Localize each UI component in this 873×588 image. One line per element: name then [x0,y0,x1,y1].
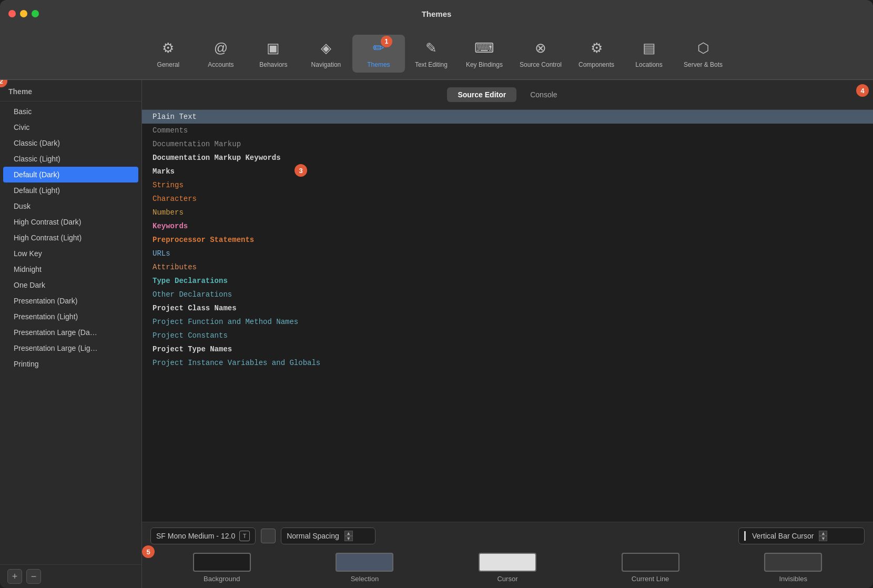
cursor-dropdown[interactable]: Vertical Bar Cursor ▲ ▼ [738,528,865,544]
components-label: Components [578,61,614,68]
editor-bottom: SF Mono Medium - 12.0 T Normal Spacing ▲… [142,522,873,588]
toolbar-item-navigation[interactable]: ◈Navigation [300,35,352,73]
cursor-label: Cursor [497,575,517,583]
syntax-row-comments[interactable]: Comments [142,124,873,137]
sidebar-item-one-dark[interactable]: One Dark [3,277,138,293]
color-boxes-row: BackgroundSelectionCursorCurrent LineInv… [150,551,865,583]
navigation-icon: ◈ [317,39,336,58]
sidebar-item-midnight[interactable]: Midnight [3,261,138,277]
syntax-row-preprocessor-statements[interactable]: Preprocessor Statements [142,233,873,247]
spacing-stepper[interactable]: ▲ ▼ [344,531,353,541]
syntax-row-other-declarations[interactable]: Other Declarations [142,288,873,301]
sidebar-item-basic[interactable]: Basic [3,104,138,119]
toolbar-item-themes[interactable]: ✏1Themes [352,35,405,73]
spacing-down[interactable]: ▼ [344,536,353,541]
syntax-row-urls[interactable]: URLs [142,247,873,260]
selection-swatch [336,553,393,572]
minimize-button[interactable] [20,10,27,17]
toolbar-item-key-bindings[interactable]: ⌨Key Bindings [458,35,511,73]
toolbar-item-server-bots[interactable]: ⬡Server & Bots [675,35,731,73]
cursor-stepper[interactable]: ▲ ▼ [819,531,827,541]
color-box-invisibles[interactable]: Invisibles [764,553,822,583]
cursor-down[interactable]: ▼ [819,536,827,541]
syntax-row-marks[interactable]: Marks [142,165,873,178]
toolbar-item-source-control[interactable]: ⊗Source Control [511,35,570,73]
traffic-lights [8,10,39,17]
sidebar-item-default-dark[interactable]: Default (Dark) [3,167,138,183]
font-field[interactable]: SF Mono Medium - 12.0 T [150,528,256,544]
sidebar-footer: + − [0,564,141,588]
sidebar-item-presentation-dark[interactable]: Presentation (Dark) [3,293,138,309]
syntax-row-documentation-markup-keywords[interactable]: Documentation Markup Keywords [142,151,873,165]
general-icon: ⚙ [159,39,178,58]
syntax-row-numbers[interactable]: Numbers [142,206,873,219]
sidebar: Theme 2 BasicCivicClassic (Dark)Classic … [0,80,142,588]
sidebar-item-presentation-large-da[interactable]: Presentation Large (Da… [3,325,138,340]
syntax-row-project-instance-variables-and-globals[interactable]: Project Instance Variables and Globals [142,356,873,370]
color-box-selection[interactable]: Selection [336,553,393,583]
current-line-label: Current Line [632,575,669,583]
window-title: Themes [422,9,452,18]
color-box-background[interactable]: Background [193,553,251,583]
sidebar-item-presentation-light[interactable]: Presentation (Light) [3,309,138,325]
syntax-row-project-constants[interactable]: Project Constants [142,329,873,342]
sidebar-item-civic[interactable]: Civic [3,119,138,135]
toolbar-item-accounts[interactable]: @Accounts [195,35,247,73]
color-box-cursor[interactable]: Cursor [479,553,536,583]
syntax-row-keywords[interactable]: Keywords [142,219,873,233]
toolbar-item-locations[interactable]: ▤Locations [623,35,675,73]
key-bindings-icon: ⌨ [475,39,494,58]
text-editing-label: Text Editing [415,61,448,68]
key-bindings-label: Key Bindings [466,61,503,68]
sidebar-item-presentation-large-lig[interactable]: Presentation Large (Lig… [3,340,138,356]
text-editing-icon: ✎ [422,39,441,58]
sidebar-list: BasicCivicClassic (Dark)Classic (Light)D… [0,102,141,564]
color-box-current-line[interactable]: Current Line [622,553,679,583]
console-badge: 4 [856,84,869,97]
sidebar-item-low-key[interactable]: Low Key [3,246,138,261]
sidebar-item-high-contrast-light[interactable]: High Contrast (Light) [3,230,138,246]
themes-badge: 1 [381,36,392,47]
background-label: Background [204,575,240,583]
preview-badge: 3 [295,164,307,177]
toolbar-item-behaviors[interactable]: ▣Behaviors [247,35,300,73]
syntax-row-type-declarations[interactable]: Type Declarations [142,274,873,288]
spacing-up[interactable]: ▲ [344,531,353,536]
font-color-swatch[interactable] [261,529,276,543]
invisibles-label: Invisibles [779,575,807,583]
maximize-button[interactable] [32,10,39,17]
sidebar-item-dusk[interactable]: Dusk [3,198,138,214]
tab-console[interactable]: Console [520,87,567,102]
toolbar-item-components[interactable]: ⚙Components [570,35,623,73]
syntax-row-documentation-markup[interactable]: Documentation Markup [142,137,873,151]
sidebar-badge: 2 [0,80,7,87]
syntax-row-strings[interactable]: Strings [142,178,873,192]
toolbar-item-general[interactable]: ⚙General [142,35,195,73]
cursor-icon-visual [744,531,746,541]
syntax-row-characters[interactable]: Characters [142,192,873,206]
syntax-row-project-function-and-method-names[interactable]: Project Function and Method Names [142,315,873,329]
font-name: SF Mono Medium - 12.0 [156,532,235,540]
sidebar-item-high-contrast-dark[interactable]: High Contrast (Dark) [3,214,138,230]
remove-theme-button[interactable]: − [26,569,41,584]
background-swatch [193,553,251,572]
accounts-icon: @ [211,39,230,58]
syntax-row-project-type-names[interactable]: Project Type Names [142,342,873,356]
general-label: General [157,61,180,68]
syntax-row-plain-text[interactable]: Plain Text [142,110,873,124]
sidebar-item-classic-light[interactable]: Classic (Light) [3,151,138,167]
main-window: Themes ⚙General@Accounts▣Behaviors◈Navig… [0,0,873,588]
tab-source-editor[interactable]: Source Editor [447,87,516,102]
syntax-row-project-class-names[interactable]: Project Class Names [142,301,873,315]
sidebar-item-default-light[interactable]: Default (Light) [3,183,138,198]
spacing-dropdown[interactable]: Normal Spacing ▲ ▼ [281,528,375,544]
sidebar-item-classic-dark[interactable]: Classic (Dark) [3,135,138,151]
add-theme-button[interactable]: + [7,569,22,584]
locations-label: Locations [635,61,662,68]
toolbar-item-text-editing[interactable]: ✎Text Editing [405,35,458,73]
sidebar-item-printing[interactable]: Printing [3,356,138,372]
syntax-row-attributes[interactable]: Attributes [142,260,873,274]
selection-label: Selection [351,575,379,583]
cursor-up[interactable]: ▲ [819,531,827,536]
close-button[interactable] [8,10,16,17]
